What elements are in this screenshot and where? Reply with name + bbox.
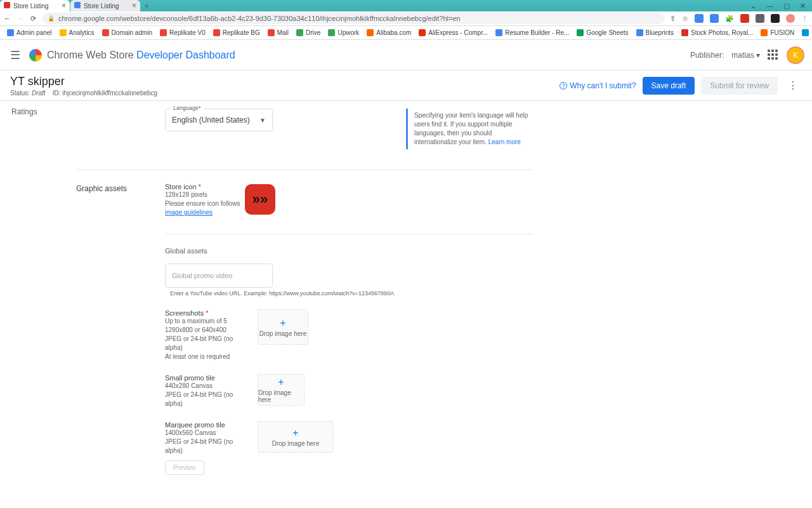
tab-favicon [4,2,10,8]
global-assets-label: Global assets [165,247,533,255]
star-icon[interactable]: ☆ [682,15,688,23]
field-label: Language* [171,105,204,111]
small-tile-dropzone[interactable]: + Drop image here [258,374,304,406]
window-controls: ⌄ — ▢ ✕ [750,2,812,10]
sidebar: Ratings [0,101,70,508]
ext-icon[interactable] [740,14,749,23]
bookmark-item[interactable]: Stock Photos, Royal... [678,28,756,37]
more-icon[interactable]: ⋮ [784,79,802,91]
extensions-icon[interactable]: 🧩 [725,15,734,23]
chevron-down-icon[interactable]: ⌄ [750,2,756,10]
back-icon[interactable]: ← [4,15,11,23]
bookmark-item[interactable]: Admin panel [4,28,55,37]
browser-tab-2[interactable]: Store Listing × [70,0,140,11]
new-tab-button[interactable]: + [141,1,152,11]
item-header: YT skipper Status: Draft ID: ihjcecinjmo… [0,70,812,101]
share-icon[interactable]: ⇪ [670,15,676,23]
close-icon[interactable]: × [132,1,136,10]
screenshots-dropzone[interactable]: + Drop image here [258,309,308,345]
forward-icon[interactable]: → [17,15,24,23]
drop-text: Drop image here [258,389,304,403]
bookmark-item[interactable]: Replikate V0 [157,28,209,37]
section-graphic-assets: Graphic assets [76,183,165,488]
sidebar-item-ratings[interactable]: Ratings [11,107,70,116]
bookmark-item[interactable]: Drive [293,28,324,37]
promo-helper: Enter a YouTube video URL. Example: http… [170,290,533,297]
image-guidelines-link[interactable]: image guidelines [165,209,213,216]
tab-favicon [74,2,81,8]
bookmark-item[interactable]: Resume Builder - Re... [492,28,572,37]
item-name: YT skipper [10,75,560,88]
tab-title: Store Listing [13,3,49,10]
bookmark-item[interactable]: Blueprints [633,28,677,37]
language-hint: Specifying your item's language will hel… [406,109,533,149]
publisher-dropdown[interactable]: matias ▾ [731,51,760,60]
tab-title: Store Listing [84,3,119,10]
avatar[interactable]: K [787,46,804,64]
maximize-icon[interactable]: ▢ [783,2,790,10]
ext-icon[interactable] [695,14,704,23]
language-value: English (United States) [172,116,250,124]
reload-icon[interactable]: ⟳ [30,15,36,23]
app-title: Chrome Web Store Developer Dashboard [47,50,235,61]
close-window-icon[interactable]: ✕ [800,2,806,10]
store-icon-title: Store icon * [165,183,533,190]
bookmark-item[interactable]: Alibaba.com [363,28,414,37]
bookmark-item[interactable]: HP Smart p rinterse... [799,28,812,37]
bookmark-item[interactable]: Google Sheets [573,28,631,37]
url-input[interactable]: 🔒 chrome.google.com/webstore/devconsole/… [43,13,665,24]
bookmark-item[interactable]: Upwork [325,28,362,37]
bookmark-item[interactable]: Analytics [56,28,98,37]
lock-icon: 🔒 [48,15,55,22]
browser-tab-1[interactable]: Store Listing × [0,0,70,11]
kebab-icon[interactable]: ⋮ [801,15,808,23]
ext-icon[interactable] [756,14,764,23]
ext-icon[interactable] [710,14,719,23]
bookmark-item[interactable]: Domain admin [99,28,155,37]
store-icon-preview[interactable]: »» [245,184,275,215]
plus-icon: + [292,427,298,439]
ext-icon[interactable] [771,14,780,23]
why-cant-submit-link[interactable]: ?Why can't I submit? [560,81,636,90]
item-meta: Status: Draft ID: ihjcecinjmohlkikffmcck… [10,90,560,97]
menu-icon[interactable]: ☰ [8,48,23,62]
chrome-web-store-logo [29,49,42,62]
drop-text: Drop image here [259,330,306,337]
bookmark-item[interactable]: AliExpress - Compr... [416,28,491,37]
bookmarks-bar: Admin panel Analytics Domain admin Repli… [0,26,812,40]
google-apps-icon[interactable] [768,50,779,61]
bookmark-item[interactable]: FUSION [757,28,797,37]
learn-more-link[interactable]: Learn more [488,138,521,145]
plus-icon: + [278,377,284,388]
preview-button[interactable]: Preview [165,460,204,475]
chevron-down-icon: ▼ [259,117,266,124]
plus-icon: + [280,318,285,329]
drop-text: Drop image here [272,440,319,447]
submit-for-review-button: Submit for review [701,77,778,95]
url-text: chrome.google.com/webstore/devconsole/6d… [58,15,461,22]
address-bar: ← → ⟳ 🔒 chrome.google.com/webstore/devco… [0,11,812,26]
publisher-label: Publisher: [690,51,724,60]
bookmark-item[interactable]: Mail [265,28,292,37]
save-draft-button[interactable]: Save draft [643,77,695,95]
browser-tab-strip: Store Listing × Store Listing × + ⌄ — ▢ … [0,0,812,11]
ext-icon[interactable] [786,14,795,23]
app-header: ☰ Chrome Web Store Developer Dashboard P… [0,40,812,70]
minimize-icon[interactable]: — [766,2,773,10]
chevron-down-icon: ▾ [756,51,760,60]
close-icon[interactable]: × [62,1,66,10]
help-icon: ? [560,82,567,90]
marquee-dropzone[interactable]: + Drop image here [258,421,334,453]
language-select[interactable]: Language* English (United States)▼ [165,109,273,131]
bookmark-item[interactable]: Replikate BG [210,28,263,37]
global-promo-video-input[interactable]: Global promo video [165,264,273,288]
